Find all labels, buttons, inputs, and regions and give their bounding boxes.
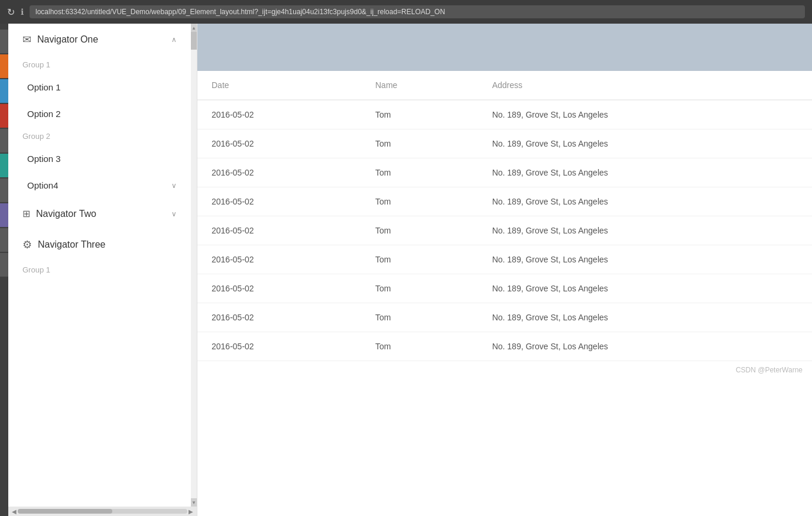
cell-date: 2016-05-02 [197, 216, 361, 245]
edge-tab-3[interactable] [0, 79, 8, 103]
cell-address: No. 189, Grove St, Los Angeles [478, 274, 812, 303]
navigator-two[interactable]: ⊞ Navigator Two ∨ [8, 199, 191, 229]
navigator-one[interactable]: ✉ Navigator One ∧ [8, 24, 191, 56]
edge-tab-5[interactable] [0, 129, 8, 152]
hscroll-thumb[interactable] [18, 509, 112, 514]
table-row[interactable]: 2016-05-02 Tom No. 189, Grove St, Los An… [197, 158, 812, 187]
table-row[interactable]: 2016-05-02 Tom No. 189, Grove St, Los An… [197, 274, 812, 303]
refresh-icon[interactable]: ↻ [7, 7, 15, 18]
watermark: CSDN @PeterWarne [197, 361, 812, 379]
cell-address: No. 189, Grove St, Los Angeles [478, 216, 812, 245]
cell-name: Tom [361, 303, 478, 332]
cell-address: No. 189, Grove St, Los Angeles [478, 158, 812, 187]
table-row[interactable]: 2016-05-02 Tom No. 189, Grove St, Los An… [197, 129, 812, 158]
hscroll-track [18, 509, 187, 514]
edge-tab-9[interactable] [0, 228, 8, 252]
navigator-one-label: Navigator One [37, 34, 165, 45]
table-row[interactable]: 2016-05-02 Tom No. 189, Grove St, Los An… [197, 245, 812, 274]
edge-tab-8[interactable] [0, 203, 8, 227]
edge-tab-2[interactable] [0, 54, 8, 78]
option-4[interactable]: Option4 ∨ [8, 172, 191, 199]
navigator-three-label: Navigator Three [38, 239, 177, 250]
scroll-arrow-down[interactable]: ▼ [191, 498, 197, 507]
hscroll-arrow-left[interactable]: ◀ [11, 508, 18, 515]
edge-tabs [0, 24, 8, 516]
table-row[interactable]: 2016-05-02 Tom No. 189, Grove St, Los An… [197, 187, 812, 216]
cell-name: Tom [361, 129, 478, 158]
data-table: Date Name Address 2016-05-02 Tom No. 189… [197, 71, 812, 361]
col-date: Date [197, 71, 361, 100]
cell-date: 2016-05-02 [197, 187, 361, 216]
edge-tab-6[interactable] [0, 154, 8, 177]
grid-icon: ⊞ [22, 208, 30, 219]
gear-icon: ⚙ [22, 238, 32, 251]
address-bar[interactable]: localhost:63342/untitled/VUE_Demo/webapp… [30, 5, 805, 18]
main-container: ✉ Navigator One ∧ Group 1 Option 1 Optio… [0, 24, 812, 516]
cell-name: Tom [361, 332, 478, 361]
cell-name: Tom [361, 245, 478, 274]
col-address: Address [478, 71, 812, 100]
cell-name: Tom [361, 100, 478, 129]
cell-date: 2016-05-02 [197, 274, 361, 303]
sidebar-scroll[interactable]: ✉ Navigator One ∧ Group 1 Option 1 Optio… [8, 24, 191, 507]
cell-name: Tom [361, 158, 478, 187]
col-name: Name [361, 71, 478, 100]
navigator-three-group-1: Group 1 [8, 261, 191, 279]
scroll-thumb[interactable] [191, 32, 197, 50]
cell-date: 2016-05-02 [197, 303, 361, 332]
edge-tab-10[interactable] [0, 253, 8, 277]
cell-name: Tom [361, 274, 478, 303]
cell-date: 2016-05-02 [197, 158, 361, 187]
option-4-label: Option4 [27, 180, 59, 190]
scroll-arrow-up[interactable]: ▲ [191, 24, 197, 32]
cell-date: 2016-05-02 [197, 129, 361, 158]
group-1-label: Group 1 [8, 56, 191, 74]
cell-address: No. 189, Grove St, Los Angeles [478, 100, 812, 129]
cell-address: No. 189, Grove St, Los Angeles [478, 129, 812, 158]
table-row[interactable]: 2016-05-02 Tom No. 189, Grove St, Los An… [197, 332, 812, 361]
table-row[interactable]: 2016-05-02 Tom No. 189, Grove St, Los An… [197, 216, 812, 245]
content-body[interactable]: Date Name Address 2016-05-02 Tom No. 189… [197, 71, 812, 516]
vertical-scrollbar[interactable]: ▲ ▼ [191, 24, 197, 507]
cell-date: 2016-05-02 [197, 100, 361, 129]
cell-address: No. 189, Grove St, Los Angeles [478, 245, 812, 274]
group-2-label: Group 2 [8, 127, 191, 145]
table-row[interactable]: 2016-05-02 Tom No. 189, Grove St, Los An… [197, 100, 812, 129]
option-4-arrow: ∨ [171, 181, 177, 190]
content-area: Date Name Address 2016-05-02 Tom No. 189… [197, 24, 812, 516]
cell-name: Tom [361, 187, 478, 216]
cell-date: 2016-05-02 [197, 245, 361, 274]
cell-date: 2016-05-02 [197, 332, 361, 361]
table-header-row: Date Name Address [197, 71, 812, 100]
option-2[interactable]: Option 2 [8, 100, 191, 127]
navigator-two-arrow: ∨ [171, 210, 177, 218]
cell-address: No. 189, Grove St, Los Angeles [478, 332, 812, 361]
mail-icon: ✉ [22, 33, 31, 46]
table-row[interactable]: 2016-05-02 Tom No. 189, Grove St, Los An… [197, 303, 812, 332]
cell-address: No. 189, Grove St, Los Angeles [478, 187, 812, 216]
navigator-three[interactable]: ⚙ Navigator Three [8, 229, 191, 261]
hscroll-arrow-right[interactable]: ▶ [187, 508, 194, 515]
cell-address: No. 189, Grove St, Los Angeles [478, 303, 812, 332]
content-header [197, 24, 812, 71]
navigator-two-label: Navigator Two [36, 209, 165, 219]
horizontal-scrollbar[interactable]: ◀ ▶ [8, 507, 197, 516]
navigator-one-arrow: ∧ [171, 35, 177, 44]
option-3[interactable]: Option 3 [8, 145, 191, 172]
edge-tab-4[interactable] [0, 104, 8, 128]
cell-name: Tom [361, 216, 478, 245]
sidebar-scroll-wrapper: ✉ Navigator One ∧ Group 1 Option 1 Optio… [8, 24, 197, 507]
info-icon: ℹ [21, 7, 24, 17]
option-1[interactable]: Option 1 [8, 74, 191, 100]
sidebar: ✉ Navigator One ∧ Group 1 Option 1 Optio… [8, 24, 197, 516]
edge-tab-7[interactable] [0, 179, 8, 202]
browser-bar: ↻ ℹ localhost:63342/untitled/VUE_Demo/we… [0, 0, 812, 24]
edge-tab-1[interactable] [0, 30, 8, 53]
